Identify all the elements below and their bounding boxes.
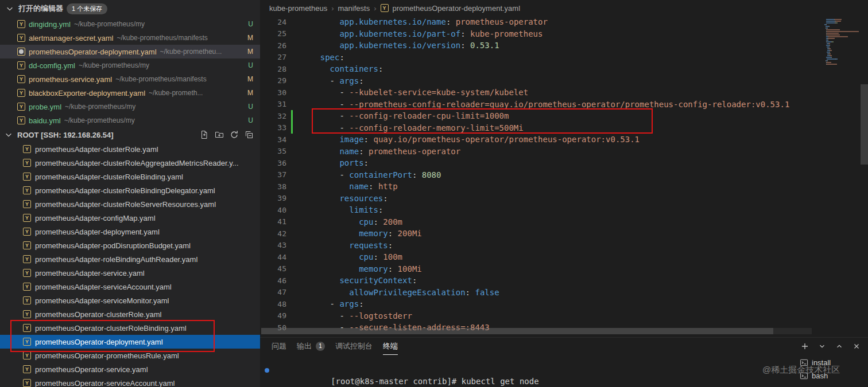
code-line[interactable]: 37 - containerPort: 8080 [260, 169, 868, 181]
code-line[interactable]: 40 limits: [260, 204, 868, 216]
line-number[interactable]: 28 [260, 65, 286, 73]
file-tree-item[interactable]: YprometheusAdapter-configMap.yaml [0, 211, 260, 225]
open-editor-item[interactable]: Ybaidu.yml~/kube-prometheus/myU [0, 114, 260, 127]
open-editor-item[interactable]: YblackboxExporter-deployment.yaml~/kube-… [0, 86, 260, 100]
panel-tab-terminal[interactable]: 终端 [383, 338, 398, 355]
file-tree-item[interactable]: YprometheusAdapter-roleBindingAuthReader… [0, 252, 260, 266]
line-number[interactable]: 41 [260, 217, 286, 226]
code-line[interactable]: 39 resources: [260, 193, 868, 205]
horizontal-scrollbar-slider[interactable] [261, 328, 773, 334]
code-line[interactable]: 44 cpu: 100m [260, 251, 868, 263]
code-line[interactable]: 34 image: quay.io/prometheus-operator/pr… [260, 134, 868, 146]
code-line[interactable]: 43 requests: [260, 240, 868, 252]
breadcrumb-item[interactable]: kube-prometheus [269, 4, 327, 13]
file-tree-item[interactable]: YprometheusAdapter-clusterRoleAggregated… [0, 156, 260, 170]
line-number[interactable]: 27 [260, 53, 286, 61]
line-number[interactable]: 39 [260, 194, 286, 202]
line-number[interactable]: 44 [260, 253, 286, 261]
file-tree-item[interactable]: YprometheusAdapter-clusterRoleServerReso… [0, 197, 260, 211]
code-line[interactable]: 24 app.kubernetes.io/name: prometheus-op… [260, 16, 868, 28]
open-editor-item[interactable]: Ydd-comfig.yml~/kube-prometheus/myU [0, 58, 260, 72]
line-number[interactable]: 49 [260, 311, 286, 320]
code-line[interactable]: 41 cpu: 200m [260, 216, 868, 228]
code-line[interactable]: 45 memory: 100Mi [260, 263, 868, 275]
file-tree-item[interactable]: YprometheusAdapter-serviceAccount.yaml [0, 280, 260, 294]
file-tree-item[interactable]: YprometheusOperator-service.yaml [0, 362, 260, 376]
line-number[interactable]: 46 [260, 276, 286, 285]
code-line[interactable]: 26 app.kubernetes.io/version: 0.53.1 [260, 40, 868, 52]
minimap[interactable] [821, 17, 859, 65]
code-line[interactable]: 46 securityContext: [260, 275, 868, 287]
code-line[interactable]: 48 - args: [260, 298, 868, 310]
file-tree-item[interactable]: YprometheusOperator-clusterRoleBinding.y… [0, 321, 260, 335]
open-editor-item[interactable]: Yprometheus-service.yaml~/kube-prometheu… [0, 72, 260, 86]
horizontal-scrollbar[interactable] [261, 328, 812, 334]
line-number[interactable]: 43 [260, 241, 286, 249]
line-number[interactable]: 33 [260, 123, 286, 132]
panel-tab-debug-console[interactable]: 调试控制台 [335, 338, 373, 355]
file-tree-item[interactable]: YprometheusAdapter-serviceMonitor.yaml [0, 294, 260, 307]
line-number[interactable]: 45 [260, 264, 286, 273]
file-tree-item[interactable]: YprometheusOperator-clusterRole.yaml [0, 307, 260, 321]
open-editors-section-header[interactable]: 打开的编辑器 1 个未保存 [0, 0, 260, 17]
code-line[interactable]: 38 name: http [260, 181, 868, 193]
close-panel-button[interactable] [852, 342, 861, 351]
panel-tab-output[interactable]: 输出1 [297, 338, 325, 355]
file-tree-item[interactable]: YprometheusAdapter-clusterRoleBindingDel… [0, 183, 260, 197]
open-editor-item[interactable]: Yalertmanager-secret.yaml~/kube-promethe… [0, 31, 260, 45]
line-number[interactable]: 38 [260, 182, 286, 191]
panel-tab-problems[interactable]: 问题 [272, 338, 286, 355]
breadcrumb-item[interactable]: prometheusOperator-deployment.yaml [393, 4, 521, 13]
new-terminal-button[interactable] [800, 342, 809, 351]
terminal-session-item[interactable]: bash [793, 369, 868, 382]
line-number[interactable]: 24 [260, 18, 286, 26]
file-tree-item[interactable]: YprometheusAdapter-clusterRoleBinding.ya… [0, 170, 260, 183]
open-editor-item[interactable]: YprometheusOperator-deployment.yaml~/kub… [0, 45, 260, 58]
new-folder-button[interactable] [214, 130, 224, 140]
open-editor-item[interactable]: Ydingidng.yml~/kube-prometheus/myU [0, 17, 260, 31]
terminal-output[interactable]: [root@k8s-master contrib]# kubectl get n… [260, 355, 793, 387]
line-number[interactable]: 47 [260, 288, 286, 296]
line-number[interactable]: 31 [260, 100, 286, 108]
line-number[interactable]: 32 [260, 112, 286, 120]
file-tree-item[interactable]: YprometheusOperator-serviceAccount.yaml [0, 376, 260, 387]
code-line[interactable]: 42 memory: 200Mi [260, 228, 868, 240]
code-line[interactable]: 31 - --prometheus-config-reloader=quay.i… [260, 99, 868, 111]
code-line[interactable]: 33 - --config-reloader-memory-limit=500M… [260, 122, 868, 134]
collapse-all-button[interactable] [244, 130, 254, 140]
file-tree-item[interactable]: YprometheusOperator-deployment.yaml [0, 335, 260, 349]
open-editor-item[interactable]: Yprobe.yml~/kube-prometheus/myU [0, 100, 260, 114]
code-editor[interactable]: 24 app.kubernetes.io/name: prometheus-op… [260, 16, 868, 337]
line-number[interactable]: 30 [260, 88, 286, 97]
maximize-panel-button[interactable] [835, 342, 844, 351]
file-tree-item[interactable]: YprometheusAdapter-deployment.yaml [0, 225, 260, 239]
breadcrumb-item[interactable]: manifests [338, 4, 370, 13]
code-line[interactable]: 30 - --kubelet-service=kube-system/kubel… [260, 87, 868, 99]
code-line[interactable]: 25 app.kubernetes.io/part-of: kube-prome… [260, 28, 868, 40]
file-tree-item[interactable]: YprometheusOperator-prometheusRule.yaml [0, 349, 260, 362]
code-line[interactable]: 27 spec: [260, 52, 868, 64]
line-number[interactable]: 35 [260, 147, 286, 155]
code-line[interactable]: 29 - args: [260, 75, 868, 87]
line-number[interactable]: 36 [260, 159, 286, 167]
explorer-root-section-header[interactable]: ROOT [SSH: 192.168.26.54] [0, 127, 260, 142]
new-file-button[interactable] [199, 130, 210, 140]
line-number[interactable]: 48 [260, 300, 286, 308]
code-line[interactable]: 28 containers: [260, 63, 868, 75]
line-number[interactable]: 40 [260, 206, 286, 214]
refresh-button[interactable] [229, 130, 239, 140]
file-tree-item[interactable]: YprometheusAdapter-service.yaml [0, 266, 260, 280]
vertical-scrollbar[interactable] [861, 84, 868, 165]
code-line[interactable]: 47 allowPrivilegeEscalation: false [260, 287, 868, 299]
line-number[interactable]: 34 [260, 135, 286, 144]
line-number[interactable]: 42 [260, 229, 286, 238]
code-line[interactable]: 32 - --config-reloader-cpu-limit=1000m [260, 110, 868, 122]
code-line[interactable]: 49 - --logtostderr [260, 310, 868, 322]
code-line[interactable]: 36 ports: [260, 157, 868, 169]
line-number[interactable]: 25 [260, 29, 286, 38]
file-tree-item[interactable]: YprometheusAdapter-clusterRole.yaml [0, 142, 260, 156]
line-number[interactable]: 29 [260, 76, 286, 85]
code-line[interactable]: 35 name: prometheus-operator [260, 146, 868, 158]
line-number[interactable]: 26 [260, 41, 286, 50]
terminal-dropdown-button[interactable] [817, 342, 827, 351]
